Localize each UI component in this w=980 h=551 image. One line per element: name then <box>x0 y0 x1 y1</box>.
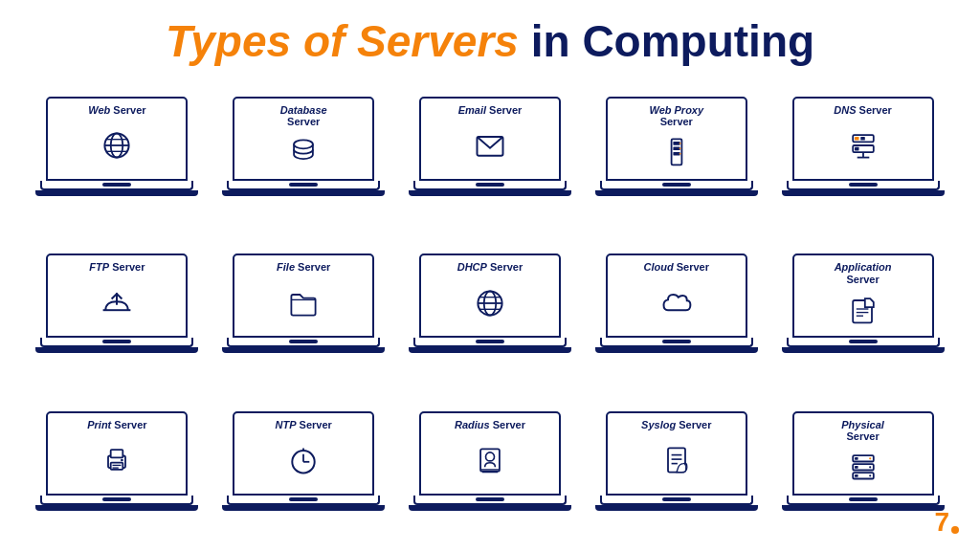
icon-syslog <box>659 430 694 489</box>
screen-syslog: Syslog Server <box>606 411 747 496</box>
laptop-database: DatabaseServer <box>227 97 380 204</box>
laptop-webproxy: Web ProxyServer <box>600 97 753 204</box>
card-dhcp: DHCP Server <box>402 232 579 382</box>
screen-radius: Radius Server <box>419 411 561 496</box>
base-physical <box>787 496 940 505</box>
card-email: Email Server <box>402 76 579 225</box>
base-dhcp <box>413 338 567 347</box>
stand-ftp <box>35 347 198 353</box>
laptop-dhcp: DHCP Server <box>413 253 567 361</box>
icon-cloud <box>659 274 694 332</box>
base-radius <box>413 496 567 505</box>
label-syslog: Syslog Server <box>612 419 741 431</box>
label-ntp: NTP Server <box>239 419 368 431</box>
card-radius: Radius Server <box>402 390 579 540</box>
base-database <box>227 181 380 190</box>
icon-radius <box>473 430 507 489</box>
title-dark: in Computing <box>519 16 814 66</box>
laptop-cloud: Cloud Server <box>600 253 753 361</box>
stand-physical <box>782 505 945 511</box>
label-ftp: FTP Server <box>53 261 181 274</box>
stand-webproxy <box>595 190 758 196</box>
icon-dhcp <box>473 274 507 332</box>
label-dns: DNS Server <box>799 104 927 117</box>
title-orange: Types of Servers <box>166 16 519 66</box>
svg-rect-9 <box>673 147 679 151</box>
screen-application: ApplicationServer <box>792 253 934 338</box>
stand-web <box>35 190 198 196</box>
label-file: File Server <box>239 261 368 274</box>
svg-point-42 <box>485 452 494 461</box>
screen-database: DatabaseServer <box>233 97 374 181</box>
laptop-ntp: NTP Server <box>227 411 380 518</box>
stand-cloud <box>595 347 758 353</box>
icon-ntp <box>286 430 321 489</box>
svg-rect-53 <box>855 466 858 469</box>
laptop-ftp: FTP Server <box>40 253 193 361</box>
svg-point-5 <box>294 141 313 149</box>
icon-print <box>100 430 134 489</box>
laptop-radius: Radius Server <box>413 411 567 518</box>
label-radius: Radius Server <box>426 419 554 431</box>
stand-ntp <box>222 505 385 511</box>
svg-rect-17 <box>855 147 859 151</box>
base-ntp <box>227 496 380 505</box>
icon-file <box>286 274 321 332</box>
base-web <box>40 181 193 190</box>
screen-dhcp: DHCP Server <box>419 253 561 338</box>
svg-point-57 <box>869 475 871 477</box>
card-dns: DNS Server <box>774 76 951 225</box>
card-web: Web Server <box>29 76 206 225</box>
base-syslog <box>600 496 753 505</box>
svg-rect-52 <box>855 457 858 460</box>
label-cloud: Cloud Server <box>612 261 741 274</box>
base-webproxy <box>600 181 753 190</box>
page: Types of Servers in Computing Web Server <box>0 0 980 551</box>
label-application: ApplicationServer <box>799 261 927 285</box>
base-dns <box>787 181 940 190</box>
stand-radius <box>409 505 571 511</box>
stand-database <box>222 190 385 196</box>
svg-rect-16 <box>855 137 859 141</box>
svg-point-56 <box>869 467 871 469</box>
base-file <box>227 338 380 347</box>
card-application: ApplicationServer <box>774 232 951 382</box>
screen-email: Email Server <box>419 97 561 181</box>
stand-application <box>782 347 945 353</box>
svg-rect-54 <box>855 474 858 477</box>
icon-application <box>846 286 880 333</box>
screen-file: File Server <box>233 253 374 338</box>
stand-dns <box>782 190 945 196</box>
icon-dns <box>846 116 880 174</box>
base-cloud <box>600 338 753 347</box>
server-grid: Web Server <box>29 76 951 540</box>
laptop-dns: DNS Server <box>787 97 940 204</box>
base-email <box>413 181 567 190</box>
label-physical: PhysicalServer <box>799 419 927 443</box>
label-webproxy: Web ProxyServer <box>612 104 741 128</box>
icon-ftp <box>100 274 134 332</box>
card-syslog: Syslog Server <box>588 390 765 540</box>
card-webproxy: Web ProxyServer <box>588 76 765 225</box>
stand-print <box>35 505 198 511</box>
icon-web <box>100 116 134 174</box>
svg-rect-8 <box>673 143 679 146</box>
svg-point-36 <box>121 459 123 462</box>
label-email: Email Server <box>426 104 554 117</box>
screen-ftp: FTP Server <box>46 253 188 338</box>
screen-cloud: Cloud Server <box>606 253 747 338</box>
stand-email <box>409 190 571 196</box>
icon-database <box>286 128 321 175</box>
laptop-file: File Server <box>227 253 380 361</box>
stand-syslog <box>595 505 758 511</box>
page-title: Types of Servers in Computing <box>29 17 951 66</box>
card-cloud: Cloud Server <box>588 232 765 382</box>
label-print: Print Server <box>53 419 181 431</box>
brand-dot <box>951 526 959 534</box>
screen-webproxy: Web ProxyServer <box>606 97 747 181</box>
stand-dhcp <box>409 347 571 353</box>
card-database: DatabaseServer <box>215 76 392 225</box>
icon-physical <box>846 443 880 490</box>
svg-rect-10 <box>673 152 679 156</box>
svg-rect-32 <box>111 450 123 457</box>
